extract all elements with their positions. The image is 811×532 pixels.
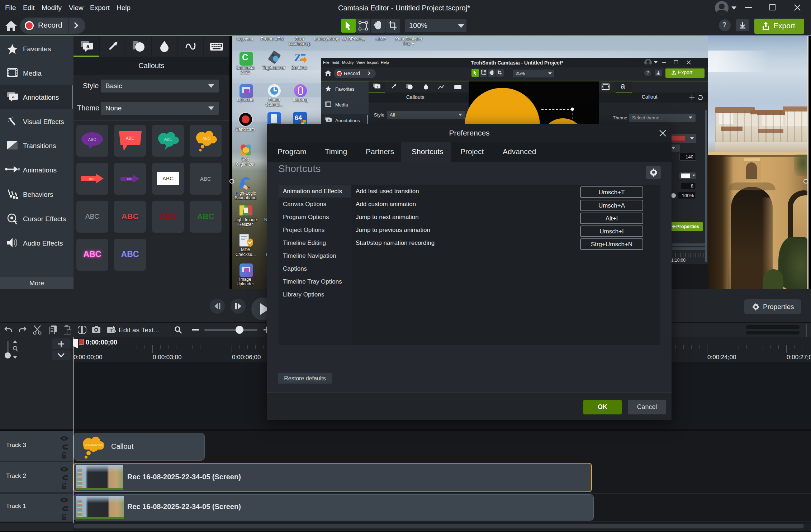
svg-text:a: a — [376, 85, 378, 88]
svg-text:Z: Z — [294, 52, 301, 63]
svg-text:ABC: ABC — [88, 137, 96, 142]
svg-text:ABC: ABC — [203, 136, 211, 141]
svg-text:ABC: ABC — [89, 178, 94, 180]
svg-text:ABC: ABC — [164, 137, 172, 141]
svg-text:ABC: ABC — [127, 178, 132, 180]
svg-text:a: a — [12, 94, 15, 99]
svg-text:a: a — [86, 43, 89, 49]
svg-text:T: T — [110, 328, 113, 333]
svg-text:ABC: ABC — [126, 136, 135, 141]
svg-text:NoNaMeClub: NoNaMeClub — [85, 443, 103, 447]
